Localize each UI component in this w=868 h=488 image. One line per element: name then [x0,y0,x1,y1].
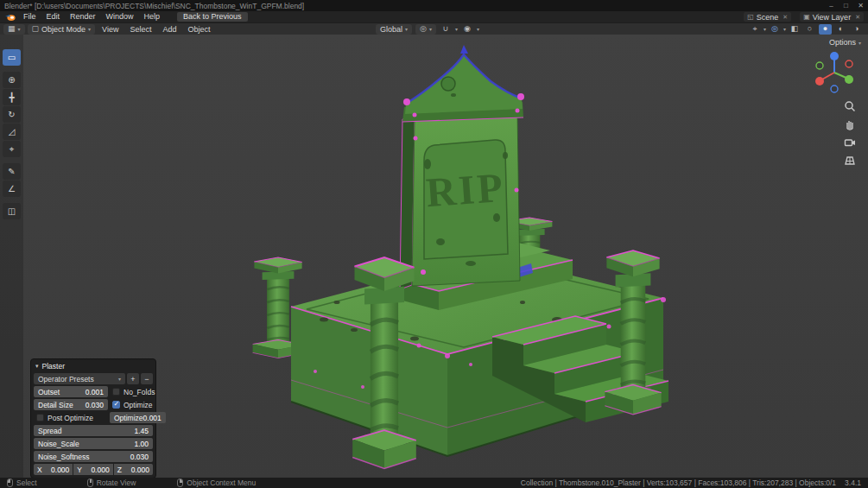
menu-render[interactable]: Render [65,11,101,22]
menu-edit[interactable]: Edit [41,11,66,22]
noise-softness-field[interactable]: Noise_Softness 0.030 [34,451,153,462]
gizmo-z-neg-axis[interactable] [831,86,838,92]
detail-size-field[interactable]: Detail Size 0.030 [34,399,108,410]
back-to-previous-button[interactable]: Back to Previous [177,12,248,22]
orientation-dropdown[interactable]: Global ▾ [376,24,412,35]
operator-panel-header[interactable]: ▾ Plaster [34,361,153,371]
status-select-hint: Select [7,478,37,487]
mode-dropdown[interactable]: ▢ Object Mode ▾ [28,24,96,35]
blender-version: 3.4.1 [845,478,861,487]
transform-tool[interactable]: ⌖ [3,141,21,157]
operator-presets-dropdown[interactable]: Operator Presets ▾ [34,373,125,384]
optimize-checkbox-box[interactable] [112,401,120,409]
camera-view-icon[interactable] [844,136,856,149]
post-optimize-checkbox-box[interactable] [36,414,44,421]
proportional-dropdown-icon[interactable]: ▾ [477,26,479,32]
x-value: 0.000 [51,466,69,474]
headstone[interactable]: RIP [400,45,524,289]
tombstone-object[interactable]: RIP [253,45,668,468]
view-layer-icon: ▣ [803,14,810,21]
x-field[interactable]: X 0.000 [34,464,73,475]
cursor-tool[interactable]: ⊕ [3,72,21,88]
right-mouse-icon [177,478,183,487]
scene-stats: Collection | Thombstone.010_Plaster | Ve… [521,478,861,487]
shading-material-button[interactable]: ◐ [834,24,847,35]
viewport-3d[interactable]: RIP [0,35,868,478]
measure-tool[interactable]: ∠ [3,181,21,197]
spread-field[interactable]: Spread 1.45 [34,425,153,436]
post-optimize-checkbox[interactable]: Post Optimize [34,412,108,423]
add-cube-tool[interactable]: ◫ [3,203,21,219]
gizmo-x-axis[interactable] [815,77,824,86]
status-rotate-label: Rotate View [97,478,136,487]
overlays-icon: ◎ [771,25,778,33]
move-tool[interactable]: ╋ [3,89,21,105]
detail-size-value: 0.030 [86,401,104,409]
outset-value: 0.001 [86,388,104,396]
snap-toggle[interactable]: ∪ [440,24,452,35]
optimize-checkbox[interactable]: Optimize [110,399,153,410]
proportional-edit-toggle[interactable]: ◉ [461,24,473,35]
noise-scale-field[interactable]: Noise_Scale 1.00 [34,438,153,449]
remove-preset-button[interactable]: − [141,373,153,384]
shading-rendered-button[interactable]: ◑ [850,24,863,35]
snap-dropdown-icon[interactable]: ▾ [455,26,458,32]
minimize-button[interactable]: – [824,0,839,11]
menu-object[interactable]: Object [183,23,214,35]
rotate-tool[interactable]: ↻ [3,106,21,123]
show-gizmos-toggle[interactable]: ⌖ [749,24,761,35]
close-button[interactable]: ✕ [853,0,868,11]
material-shading-icon: ◐ [839,25,843,33]
menu-help[interactable]: Help [139,11,166,22]
x-label: X [37,466,42,474]
optimize-label: Optimize [124,401,153,409]
pivot-dropdown[interactable]: ◎ ▾ [415,24,436,35]
add-preset-button[interactable]: + [127,373,139,384]
gizmo-y-axis[interactable] [845,75,853,84]
editor-type-dropdown[interactable]: ▦ ▾ [3,24,25,35]
y-field[interactable]: Y 0.000 [73,464,112,475]
cursor-icon: ⊕ [8,75,15,85]
menu-select[interactable]: Select [125,23,155,35]
perspective-toggle-icon[interactable] [844,155,856,167]
outset-field[interactable]: Outset 0.001 [34,386,108,397]
viewport-header: ▦ ▾ ▢ Object Mode ▾ View Select Add Obje… [0,22,868,35]
z-field[interactable]: Z 0.000 [114,464,153,475]
zoom-icon[interactable] [844,100,856,112]
navigation-gizmo[interactable] [809,47,859,97]
measure-icon: ∠ [8,184,16,193]
pan-hand-icon[interactable] [844,118,856,130]
gizmo-y-neg-axis[interactable] [816,62,823,69]
gizmos-dropdown-icon[interactable]: ▾ [763,26,766,32]
gizmo-x-neg-axis[interactable] [846,60,852,67]
wireframe-shading-icon: ○ [808,25,812,33]
select-box-icon: ▭ [8,53,16,62]
options-button[interactable]: Options ▾ [829,38,861,47]
overlays-dropdown-icon[interactable]: ▾ [783,26,786,32]
view-layer-unlink-icon[interactable]: ✕ [855,14,860,21]
menu-window[interactable]: Window [101,11,139,22]
view-layer-name: View Layer [813,13,851,22]
menu-add[interactable]: Add [158,23,181,35]
shading-wireframe-button[interactable]: ○ [803,24,816,35]
show-overlays-toggle[interactable]: ◎ [769,24,781,35]
annotate-tool[interactable]: ✎ [3,163,21,180]
blender-logo-icon[interactable] [4,13,16,22]
optimize-amount-field[interactable]: Optimize 0.001 [110,412,166,423]
blender-window: Blender* [D:\users\Documents\PROJECTS\Mi… [0,0,868,488]
menu-view[interactable]: View [98,23,123,35]
shading-solid-button[interactable]: ● [819,24,832,35]
select-box-tool[interactable]: ▭ [3,49,21,66]
view-layer-selector[interactable]: ▣ View Layer ✕ [800,12,864,22]
xray-toggle[interactable]: ◧ [789,24,801,35]
no-folds-checkbox-box[interactable] [112,388,120,396]
scale-tool[interactable]: ◿ [3,124,21,140]
menu-file[interactable]: File [18,11,41,22]
gizmo-z-axis[interactable] [830,52,839,60]
scene-selector[interactable]: ◱ Scene ✕ [744,12,791,22]
noise-softness-value: 0.030 [130,453,149,461]
z-label: Z [117,466,122,474]
scene-unlink-icon[interactable]: ✕ [782,14,788,21]
maximize-button[interactable]: □ [839,0,853,11]
no-folds-checkbox[interactable]: No_Folds [110,386,155,397]
